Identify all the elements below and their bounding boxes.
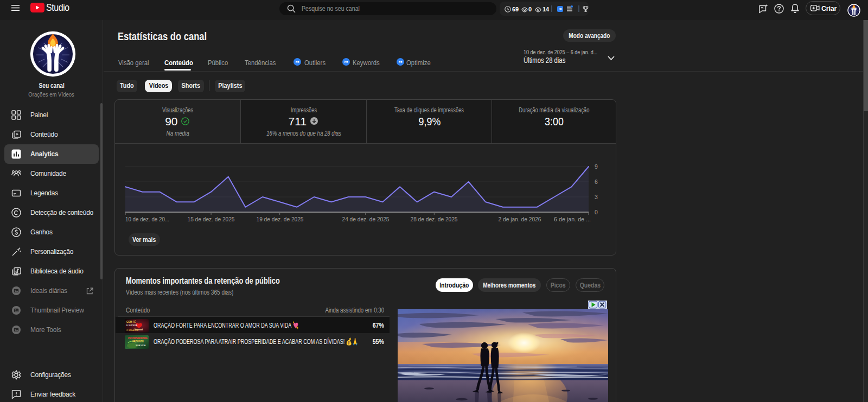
svg-text:15 de dez. de 2025: 15 de dez. de 2025 — [188, 216, 235, 222]
svg-text:6: 6 — [595, 178, 598, 185]
svg-text:PROSPERIDADE: PROSPERIDADE — [128, 337, 148, 340]
svg-text:28 de dez. de 2025: 28 de dez. de 2025 — [411, 216, 458, 222]
svg-text:URGENTE: URGENTE — [132, 340, 144, 343]
svg-text:O MILAGRE: O MILAGRE — [126, 329, 139, 331]
svg-text:3: 3 — [595, 194, 598, 200]
svg-text:24 de dez. de 2025: 24 de dez. de 2025 — [342, 216, 390, 222]
svg-text:10 de dez. de 20...: 10 de dez. de 20... — [125, 216, 169, 222]
svg-text:SUA VIDA: SUA VIDA — [136, 344, 146, 347]
svg-text:19 de dez. de 2025: 19 de dez. de 2025 — [257, 216, 304, 222]
svg-text:COM FÉ: COM FÉ — [126, 320, 136, 323]
svg-text:2 de jan. de 2026: 2 de jan. de 2026 — [499, 216, 541, 222]
svg-text:9: 9 — [595, 163, 598, 170]
svg-text:6 de jan. de ...: 6 de jan. de ... — [554, 216, 591, 222]
svg-text:E SUPERA: E SUPERA — [126, 324, 138, 327]
svg-text:0: 0 — [595, 209, 598, 215]
